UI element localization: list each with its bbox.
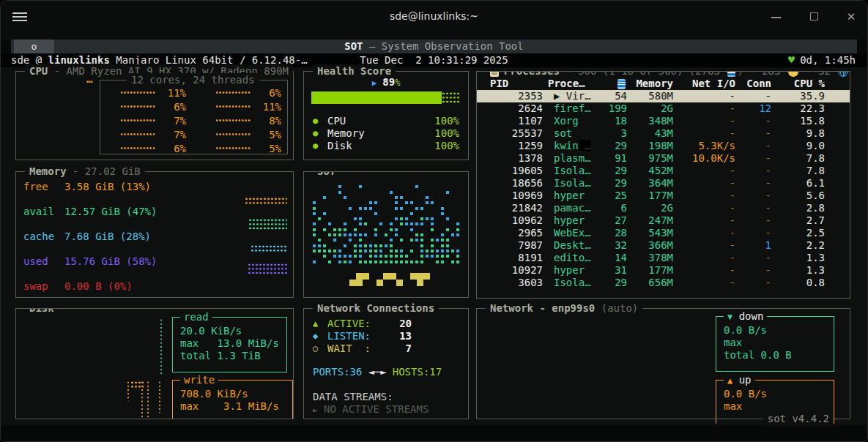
process-row[interactable]: 8191edito…14378M--1.3 xyxy=(477,252,850,264)
cpu-usage-sparkline xyxy=(120,146,155,150)
sot-art-dot xyxy=(395,261,398,263)
disk-write-activity xyxy=(127,381,130,401)
sot-art-dot xyxy=(446,217,449,220)
connection-stat-row: ◆LISTEN:13 xyxy=(313,330,412,342)
sot-art-dot xyxy=(451,233,454,236)
disk-read-title: read xyxy=(180,310,212,324)
window-title: sde@linuxlinks:~ xyxy=(1,10,867,22)
col-header-cpu[interactable]: CPU % xyxy=(771,78,825,90)
sot-art-dot xyxy=(369,255,372,258)
sot-art-dot xyxy=(431,250,434,252)
health-item-value: 100% xyxy=(434,127,459,139)
memory-usage-block xyxy=(248,218,287,231)
process-cpu: 1.3 xyxy=(771,252,825,264)
sot-art-dot xyxy=(313,201,316,204)
process-threads: 54 xyxy=(594,90,627,102)
connection-state-value: 20 xyxy=(379,318,412,330)
process-netio: - xyxy=(673,277,735,289)
process-row[interactable]: 10962hyper27247M--2.7 xyxy=(477,214,850,227)
process-threads: 31 xyxy=(594,264,627,277)
sot-art-dot xyxy=(354,233,357,236)
health-score-panel: Health Score ▶89% ●CPU100%●Memory100%●Di… xyxy=(303,71,469,160)
health-score-bar xyxy=(311,91,459,104)
process-threads: 199 xyxy=(594,102,627,115)
sot-art-dot xyxy=(390,222,393,225)
col-header-threads[interactable] xyxy=(594,78,627,90)
process-threads: 6 xyxy=(594,202,627,214)
sot-art-dot xyxy=(313,222,316,225)
process-netio: 10.0K/s xyxy=(673,152,735,165)
app-version: sot v4.4.2 xyxy=(763,412,834,426)
cpu-core-load: 11% xyxy=(251,101,281,113)
cpu-core-load: 7% xyxy=(155,115,186,127)
process-row[interactable]: 1259kwin_…29198M5.3K/s-9.0 xyxy=(477,140,850,152)
sot-art-dot xyxy=(395,196,398,199)
close-button[interactable]: ✕ xyxy=(845,11,857,23)
sot-art-dot xyxy=(333,250,336,252)
process-pid: 25537 xyxy=(483,127,543,140)
spool-icon xyxy=(617,79,626,89)
minimize-button[interactable] xyxy=(771,11,782,23)
process-row[interactable]: 1378plasm…91975M10.0K/s-7.8 xyxy=(477,152,850,165)
process-threads: 18 xyxy=(594,115,627,127)
disk-write-activity xyxy=(146,381,149,419)
process-row[interactable]: 1107Xorg18348M--15.8 xyxy=(477,115,850,127)
sot-art-dot xyxy=(390,250,393,252)
col-header-memory[interactable]: Memory xyxy=(627,78,673,90)
col-header-conn[interactable]: Conn xyxy=(735,78,771,90)
process-memory: 452M xyxy=(627,165,673,177)
memory-usage-block xyxy=(251,244,287,252)
network-connections-title: Network Connections xyxy=(313,301,439,315)
col-header-pid[interactable]: PID xyxy=(483,78,543,90)
process-threads: 29 xyxy=(594,165,627,177)
process-connections: - xyxy=(735,127,771,140)
cpu-panel: CPU - AMD Ryzen AI 9 HX 370 w/ Radeon 89… xyxy=(15,71,294,160)
sot-art-dot xyxy=(426,201,429,204)
sot-art-dot xyxy=(395,217,398,220)
sot-art-dot xyxy=(420,207,423,210)
process-row[interactable]: 7987Deskt…32366M-12.2 xyxy=(477,239,850,252)
process-threads: 32 xyxy=(594,239,627,252)
sot-art-dot xyxy=(400,222,403,225)
sot-art-dot xyxy=(390,228,393,231)
sot-art-dot xyxy=(364,207,367,210)
network-panel-title: Network - enp99s0 (auto) xyxy=(486,301,642,315)
col-header-name[interactable]: Proce… xyxy=(543,78,594,90)
sot-art-dot xyxy=(390,191,393,194)
process-pid: 1107 xyxy=(483,115,543,127)
sot-art-dot xyxy=(395,250,398,252)
connection-state-label: ACTIVE: xyxy=(327,318,379,330)
process-cpu: 2.7 xyxy=(771,214,825,227)
process-row[interactable]: 10969hyper25177M--5.6 xyxy=(477,190,850,202)
health-item-value: 100% xyxy=(434,115,459,127)
process-cpu: 22.3 xyxy=(771,102,825,115)
disk-read-rate: 20.0 KiB/s xyxy=(173,325,286,337)
process-row[interactable]: 2965WebEx…28543M--2.5 xyxy=(477,227,850,239)
process-threads: 3 xyxy=(594,127,627,140)
process-name: plasm… xyxy=(543,152,594,165)
process-row[interactable]: 21842pamac…62G--2.8 xyxy=(477,202,850,214)
process-netio: 5.3K/s xyxy=(673,140,735,152)
process-memory: 177M xyxy=(627,190,673,202)
process-name: Isola… xyxy=(543,165,594,177)
process-netio: - xyxy=(673,115,735,127)
process-row[interactable]: 2624firef…1992G-1222.3 xyxy=(477,102,850,115)
sot-art-dot xyxy=(328,261,331,263)
process-row[interactable]: 18656Isola…29364M--6.1 xyxy=(477,177,850,190)
process-row[interactable]: 2353▶ Vir…54580M--35.9 xyxy=(477,90,850,102)
process-row[interactable]: 19605Isola…29452M--7.8 xyxy=(477,165,850,177)
process-row[interactable]: 3603Isola…29656M--0.8 xyxy=(477,277,850,289)
col-header-netio[interactable]: Net I/O xyxy=(673,78,735,90)
sot-art-dot xyxy=(410,250,413,252)
sot-art-dot xyxy=(426,217,429,220)
memory-row: used15.76 GiB (58%) xyxy=(23,255,157,268)
process-name: hyper xyxy=(543,264,594,277)
cpu-core-load: 6% xyxy=(155,101,186,113)
maximize-button[interactable] xyxy=(809,11,820,23)
cpu-core-load: 5% xyxy=(251,129,281,141)
process-connections: - xyxy=(735,277,771,289)
cursor-box: _… xyxy=(579,140,591,151)
process-row[interactable]: 10927hyper31177M--1.3 xyxy=(477,264,850,277)
process-name: Isola… xyxy=(543,177,594,190)
process-row[interactable]: 25537sot343M--9.8 xyxy=(477,127,850,140)
